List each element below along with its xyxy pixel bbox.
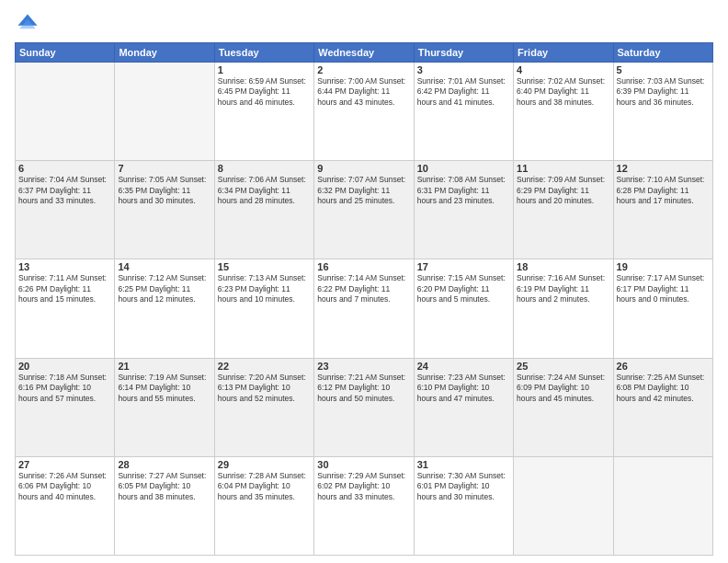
calendar-cell: 18Sunrise: 7:16 AM Sunset: 6:19 PM Dayli… — [514, 259, 613, 358]
weekday-header-thursday: Thursday — [414, 43, 513, 63]
weekday-header-saturday: Saturday — [613, 43, 712, 63]
calendar-cell: 17Sunrise: 7:15 AM Sunset: 6:20 PM Dayli… — [414, 259, 513, 358]
day-number: 17 — [417, 261, 510, 272]
day-info: Sunrise: 7:12 AM Sunset: 6:25 PM Dayligh… — [118, 273, 210, 304]
weekday-header-sunday: Sunday — [16, 43, 115, 63]
day-info: Sunrise: 7:00 AM Sunset: 6:44 PM Dayligh… — [317, 76, 410, 108]
day-info: Sunrise: 7:25 AM Sunset: 6:08 PM Dayligh… — [617, 373, 710, 404]
day-number: 29 — [218, 459, 311, 470]
calendar-cell — [613, 456, 712, 555]
calendar-cell: 31Sunrise: 7:30 AM Sunset: 6:01 PM Dayli… — [414, 456, 513, 555]
day-info: Sunrise: 7:15 AM Sunset: 6:20 PM Dayligh… — [417, 273, 510, 304]
calendar-cell: 30Sunrise: 7:29 AM Sunset: 6:02 PM Dayli… — [314, 456, 414, 555]
calendar-cell: 12Sunrise: 7:10 AM Sunset: 6:28 PM Dayli… — [613, 161, 712, 259]
day-info: Sunrise: 7:19 AM Sunset: 6:14 PM Dayligh… — [118, 373, 210, 404]
calendar-cell: 29Sunrise: 7:28 AM Sunset: 6:04 PM Dayli… — [214, 456, 313, 555]
calendar-cell: 23Sunrise: 7:21 AM Sunset: 6:12 PM Dayli… — [314, 358, 414, 456]
day-info: Sunrise: 7:26 AM Sunset: 6:06 PM Dayligh… — [18, 471, 111, 502]
day-info: Sunrise: 7:03 AM Sunset: 6:39 PM Dayligh… — [617, 76, 710, 108]
calendar-cell: 7Sunrise: 7:05 AM Sunset: 6:35 PM Daylig… — [115, 161, 214, 259]
calendar-cell: 16Sunrise: 7:14 AM Sunset: 6:22 PM Dayli… — [314, 259, 414, 358]
day-number: 20 — [18, 361, 111, 372]
calendar-cell — [514, 456, 613, 555]
day-number: 16 — [317, 261, 410, 272]
day-number: 4 — [517, 64, 609, 75]
day-info: Sunrise: 7:29 AM Sunset: 6:02 PM Dayligh… — [317, 471, 410, 502]
day-number: 2 — [317, 64, 410, 75]
calendar-cell: 6Sunrise: 7:04 AM Sunset: 6:37 PM Daylig… — [16, 161, 115, 259]
day-info: Sunrise: 7:20 AM Sunset: 6:13 PM Dayligh… — [218, 373, 311, 404]
day-number: 12 — [617, 163, 710, 174]
weekday-header-tuesday: Tuesday — [214, 43, 313, 63]
calendar-cell — [115, 63, 214, 161]
calendar-cell: 11Sunrise: 7:09 AM Sunset: 6:29 PM Dayli… — [514, 161, 613, 259]
day-info: Sunrise: 6:59 AM Sunset: 6:45 PM Dayligh… — [218, 76, 311, 108]
calendar-cell: 1Sunrise: 6:59 AM Sunset: 6:45 PM Daylig… — [214, 63, 313, 161]
day-number: 3 — [417, 64, 510, 75]
day-info: Sunrise: 7:14 AM Sunset: 6:22 PM Dayligh… — [317, 273, 410, 304]
day-info: Sunrise: 7:13 AM Sunset: 6:23 PM Dayligh… — [218, 273, 311, 304]
logo-icon — [15, 11, 40, 37]
day-number: 7 — [118, 163, 210, 174]
day-info: Sunrise: 7:23 AM Sunset: 6:10 PM Dayligh… — [417, 373, 510, 404]
day-number: 21 — [118, 361, 210, 372]
calendar-cell: 13Sunrise: 7:11 AM Sunset: 6:26 PM Dayli… — [16, 259, 115, 358]
day-number: 22 — [218, 361, 311, 372]
day-info: Sunrise: 7:01 AM Sunset: 6:42 PM Dayligh… — [417, 76, 510, 108]
day-number: 9 — [317, 163, 410, 174]
day-info: Sunrise: 7:07 AM Sunset: 6:32 PM Dayligh… — [317, 175, 410, 206]
day-number: 31 — [417, 459, 510, 470]
day-number: 27 — [18, 459, 111, 470]
weekday-header-friday: Friday — [514, 43, 613, 63]
day-number: 25 — [517, 361, 609, 372]
day-number: 11 — [517, 163, 609, 174]
header — [15, 11, 713, 37]
calendar-cell: 21Sunrise: 7:19 AM Sunset: 6:14 PM Dayli… — [115, 358, 214, 456]
day-info: Sunrise: 7:08 AM Sunset: 6:31 PM Dayligh… — [417, 175, 510, 206]
day-number: 28 — [118, 459, 210, 470]
day-info: Sunrise: 7:09 AM Sunset: 6:29 PM Dayligh… — [517, 175, 609, 206]
day-info: Sunrise: 7:28 AM Sunset: 6:04 PM Dayligh… — [218, 471, 311, 502]
calendar-cell: 22Sunrise: 7:20 AM Sunset: 6:13 PM Dayli… — [214, 358, 313, 456]
day-info: Sunrise: 7:17 AM Sunset: 6:17 PM Dayligh… — [617, 273, 710, 304]
day-number: 8 — [218, 163, 311, 174]
calendar-cell: 27Sunrise: 7:26 AM Sunset: 6:06 PM Dayli… — [16, 456, 115, 555]
page: SundayMondayTuesdayWednesdayThursdayFrid… — [0, 0, 728, 563]
calendar-cell: 25Sunrise: 7:24 AM Sunset: 6:09 PM Dayli… — [514, 358, 613, 456]
day-info: Sunrise: 7:30 AM Sunset: 6:01 PM Dayligh… — [417, 471, 510, 502]
day-info: Sunrise: 7:10 AM Sunset: 6:28 PM Dayligh… — [617, 175, 710, 206]
calendar-cell: 3Sunrise: 7:01 AM Sunset: 6:42 PM Daylig… — [414, 63, 513, 161]
day-info: Sunrise: 7:18 AM Sunset: 6:16 PM Dayligh… — [18, 373, 111, 404]
day-number: 5 — [617, 64, 710, 75]
day-number: 15 — [218, 261, 311, 272]
day-info: Sunrise: 7:27 AM Sunset: 6:05 PM Dayligh… — [118, 471, 210, 502]
day-number: 19 — [617, 261, 710, 272]
day-info: Sunrise: 7:16 AM Sunset: 6:19 PM Dayligh… — [517, 273, 609, 304]
day-number: 30 — [317, 459, 410, 470]
day-info: Sunrise: 7:21 AM Sunset: 6:12 PM Dayligh… — [317, 373, 410, 404]
day-number: 18 — [517, 261, 609, 272]
calendar-cell: 14Sunrise: 7:12 AM Sunset: 6:25 PM Dayli… — [115, 259, 214, 358]
calendar-cell: 4Sunrise: 7:02 AM Sunset: 6:40 PM Daylig… — [514, 63, 613, 161]
calendar-cell: 20Sunrise: 7:18 AM Sunset: 6:16 PM Dayli… — [16, 358, 115, 456]
calendar-cell: 28Sunrise: 7:27 AM Sunset: 6:05 PM Dayli… — [115, 456, 214, 555]
calendar-cell: 15Sunrise: 7:13 AM Sunset: 6:23 PM Dayli… — [214, 259, 313, 358]
day-number: 13 — [18, 261, 111, 272]
day-info: Sunrise: 7:05 AM Sunset: 6:35 PM Dayligh… — [118, 175, 210, 206]
day-info: Sunrise: 7:06 AM Sunset: 6:34 PM Dayligh… — [218, 175, 311, 206]
day-number: 6 — [18, 163, 111, 174]
day-number: 26 — [617, 361, 710, 372]
day-number: 24 — [417, 361, 510, 372]
day-info: Sunrise: 7:11 AM Sunset: 6:26 PM Dayligh… — [18, 273, 111, 304]
weekday-header-wednesday: Wednesday — [314, 43, 414, 63]
day-number: 23 — [317, 361, 410, 372]
calendar-cell — [16, 63, 115, 161]
day-number: 10 — [417, 163, 510, 174]
day-number: 1 — [218, 64, 311, 75]
calendar-cell: 8Sunrise: 7:06 AM Sunset: 6:34 PM Daylig… — [214, 161, 313, 259]
calendar-table: SundayMondayTuesdayWednesdayThursdayFrid… — [15, 42, 713, 556]
calendar-cell: 10Sunrise: 7:08 AM Sunset: 6:31 PM Dayli… — [414, 161, 513, 259]
weekday-header-monday: Monday — [115, 43, 214, 63]
day-info: Sunrise: 7:04 AM Sunset: 6:37 PM Dayligh… — [18, 175, 111, 206]
logo — [15, 11, 44, 37]
